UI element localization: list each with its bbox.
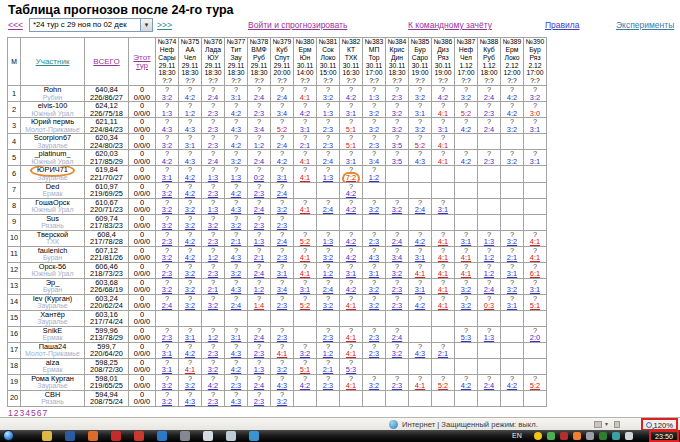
prediction-value[interactable]: 2:3 [277, 253, 287, 262]
prediction-value[interactable]: 3:4 [277, 109, 287, 118]
prediction-value[interactable]: 2:4 [254, 381, 264, 390]
prediction-value[interactable]: 4:1 [415, 269, 425, 278]
prediction-value[interactable]: 2:3 [254, 349, 264, 358]
prediction-value[interactable]: 3:0 [530, 109, 540, 118]
prediction-value[interactable]: 3:2 [185, 269, 195, 278]
page-options-icon[interactable] [594, 421, 602, 428]
prediction-value[interactable]: 4:2 [185, 253, 195, 262]
prediction-value[interactable]: 3:2 [162, 397, 172, 406]
prediction-value[interactable]: 4:1 [530, 253, 540, 262]
prediction-value[interactable]: 0:2 [254, 173, 264, 182]
prediction-value[interactable]: 4:1 [461, 253, 471, 262]
prediction-value[interactable]: 4:2 [231, 365, 241, 374]
prediction-value[interactable]: 3:2 [392, 349, 402, 358]
prediction-value[interactable]: 2:3 [277, 301, 287, 310]
prediction-value[interactable]: 2:4 [254, 333, 264, 342]
prediction-value[interactable]: 2:3 [254, 221, 264, 230]
prediction-value[interactable]: 3:2 [185, 301, 195, 310]
prediction-value[interactable]: 4:3 [185, 125, 195, 134]
prediction-value[interactable]: 1:3 [323, 173, 333, 182]
rules-link[interactable]: Правила [545, 20, 580, 30]
prediction-value[interactable]: 4:2 [231, 141, 241, 150]
prediction-value[interactable]: 4:1 [346, 381, 356, 390]
prediction-value[interactable]: 2:3 [392, 381, 402, 390]
prediction-value[interactable]: 4:2 [185, 93, 195, 102]
prediction-value[interactable]: 3:1 [185, 333, 195, 342]
prediction-value[interactable]: 4:2 [277, 157, 287, 166]
green-app-icon[interactable] [547, 432, 555, 440]
prediction-value[interactable]: 3:1 [415, 109, 425, 118]
prediction-value[interactable]: 0:3 [484, 301, 494, 310]
red-x-app-icon[interactable] [134, 431, 144, 441]
prediction-value[interactable]: 4:2 [185, 237, 195, 246]
prediction-value[interactable]: 3:2 [185, 285, 195, 294]
prediction-value[interactable]: 2:4 [484, 381, 494, 390]
this-round-sort-link[interactable]: Этот тур [133, 53, 150, 70]
prediction-value[interactable]: 3:2 [507, 237, 517, 246]
prediction-value[interactable]: 1:3 [323, 109, 333, 118]
prediction-value[interactable]: 4:2 [507, 93, 517, 102]
prediction-value[interactable]: 3:2 [185, 381, 195, 390]
prediction-value[interactable]: 2:3 [323, 381, 333, 390]
prediction-value[interactable]: 4:3 [162, 125, 172, 134]
network-icon[interactable] [612, 432, 620, 440]
prediction-value[interactable]: 3:2 [369, 125, 379, 134]
prediction-value[interactable]: 4:2 [231, 109, 241, 118]
prediction-value[interactable]: 3:1 [507, 269, 517, 278]
prediction-value[interactable]: 3:2 [162, 189, 172, 198]
prediction-value[interactable]: 4:1 [346, 349, 356, 358]
prediction-value[interactable]: 3:1 [530, 157, 540, 166]
prediction-value[interactable]: 2:4 [231, 301, 241, 310]
prediction-value[interactable]: 3:2 [162, 381, 172, 390]
prediction-value[interactable]: 4:3 [231, 349, 241, 358]
prediction-value[interactable]: 2:3 [162, 237, 172, 246]
prediction-value[interactable]: 6:1 [530, 269, 540, 278]
prediction-value[interactable]: 1:2 [323, 269, 333, 278]
prediction-value[interactable]: 2:4 [484, 285, 494, 294]
caret-down-icon[interactable]: ▾ [605, 420, 608, 427]
prediction-value[interactable]: 4:2 [415, 237, 425, 246]
prediction-value[interactable]: 3:5 [392, 141, 402, 150]
prediction-value[interactable]: 3:2 [507, 157, 517, 166]
prediction-value[interactable]: 4:1 [300, 253, 310, 262]
prediction-value[interactable]: 1:3 [369, 93, 379, 102]
prediction-value[interactable]: 4:2 [461, 157, 471, 166]
browser-icon[interactable] [249, 431, 259, 441]
prediction-value[interactable]: 3:2 [392, 205, 402, 214]
paint-icon[interactable] [226, 431, 236, 441]
prediction-value[interactable]: 1:2 [484, 253, 494, 262]
prediction-value[interactable]: 4:1 [277, 349, 287, 358]
prediction-value[interactable]: 3:2 [162, 93, 172, 102]
prediction-value[interactable]: 5:1 [530, 301, 540, 310]
prediction-value[interactable]: 3:1 [530, 125, 540, 134]
prediction-value[interactable]: 2:3 [323, 125, 333, 134]
prediction-value[interactable]: 4:2 [185, 349, 195, 358]
prediction-value[interactable]: 3:2 [369, 205, 379, 214]
prediction-value[interactable]: 4:1 [300, 157, 310, 166]
prediction-value[interactable]: 4:2 [461, 125, 471, 134]
start-button-icon[interactable] [3, 430, 14, 441]
prediction-value[interactable]: 3:1 [300, 125, 310, 134]
prediction-value[interactable]: 4:2 [461, 381, 471, 390]
chevron-down-icon[interactable]: ▼ [140, 19, 152, 31]
prediction-value[interactable]: 3:2 [208, 365, 218, 374]
prediction-value[interactable]: 3:1 [438, 205, 448, 214]
prediction-value[interactable]: 2:0 [530, 333, 540, 342]
prediction-value[interactable]: 3:2 [300, 349, 310, 358]
prediction-value[interactable]: 2:3 [208, 109, 218, 118]
prediction-value[interactable]: 5:2 [530, 381, 540, 390]
prediction-value[interactable]: 3:2 [369, 301, 379, 310]
smiley-icon[interactable] [534, 432, 542, 440]
prediction-value[interactable]: 2:3 [277, 221, 287, 230]
media-player-icon[interactable] [65, 431, 75, 441]
prediction-value[interactable]: 3:1 [438, 125, 448, 134]
experiments-link[interactable]: Эксперименты [616, 20, 674, 30]
prediction-value[interactable]: 4:2 [300, 109, 310, 118]
prediction-value[interactable]: 3:2 [162, 141, 172, 150]
prediction-value[interactable]: 4:3 [185, 397, 195, 406]
flame-icon[interactable] [573, 432, 581, 440]
prediction-value[interactable]: 4:2 [208, 381, 218, 390]
prediction-value[interactable]: 2:3 [323, 333, 333, 342]
prediction-value[interactable]: 3:2 [277, 205, 287, 214]
prediction-value[interactable]: 7:2 [346, 173, 356, 182]
